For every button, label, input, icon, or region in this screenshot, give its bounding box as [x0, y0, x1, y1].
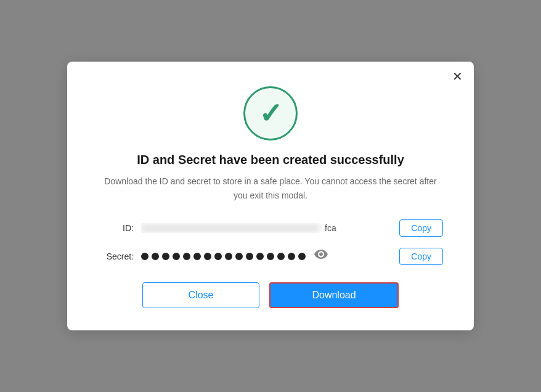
dot: [277, 253, 285, 260]
copy-id-button[interactable]: Copy: [399, 219, 443, 237]
id-label: ID:: [98, 223, 141, 233]
dot: [173, 253, 180, 260]
action-buttons-row: Close Download: [98, 282, 443, 308]
modal-description: Download the ID and secret to store in a…: [98, 174, 443, 202]
copy-secret-button[interactable]: Copy: [399, 248, 443, 265]
id-blurred-value: [141, 224, 320, 232]
download-button[interactable]: Download: [269, 282, 399, 308]
dot: [267, 253, 274, 260]
modal-close-button[interactable]: ✕: [452, 70, 463, 83]
dot: [225, 253, 232, 260]
dot: [152, 253, 159, 260]
modal-overlay: ✕ ✓ ID and Secret have been created succ…: [0, 0, 541, 392]
toggle-secret-visibility-icon[interactable]: [314, 250, 328, 263]
dot: [235, 253, 243, 260]
modal-title: ID and Secret have been created successf…: [98, 153, 443, 167]
secret-value: [141, 250, 391, 263]
dot: [256, 253, 264, 260]
id-suffix: fca: [325, 223, 336, 233]
dot: [193, 253, 201, 260]
modal-dialog: ✕ ✓ ID and Secret have been created succ…: [67, 62, 474, 330]
dot: [298, 253, 306, 260]
dot: [246, 253, 253, 260]
success-icon-wrapper: ✓: [98, 86, 443, 141]
dot: [204, 253, 211, 260]
dot: [214, 253, 222, 260]
close-button[interactable]: Close: [142, 282, 259, 308]
dot: [183, 253, 190, 260]
checkmark-icon: ✓: [259, 99, 283, 128]
dot: [141, 253, 148, 260]
id-value: fca: [141, 223, 391, 233]
success-circle: ✓: [243, 86, 298, 141]
secret-dots: [141, 253, 306, 260]
dot: [288, 253, 295, 260]
dot: [162, 253, 169, 260]
secret-label: Secret:: [98, 251, 141, 261]
secret-field-row: Secret:: [98, 248, 443, 265]
id-field-row: ID: fca Copy: [98, 219, 443, 237]
